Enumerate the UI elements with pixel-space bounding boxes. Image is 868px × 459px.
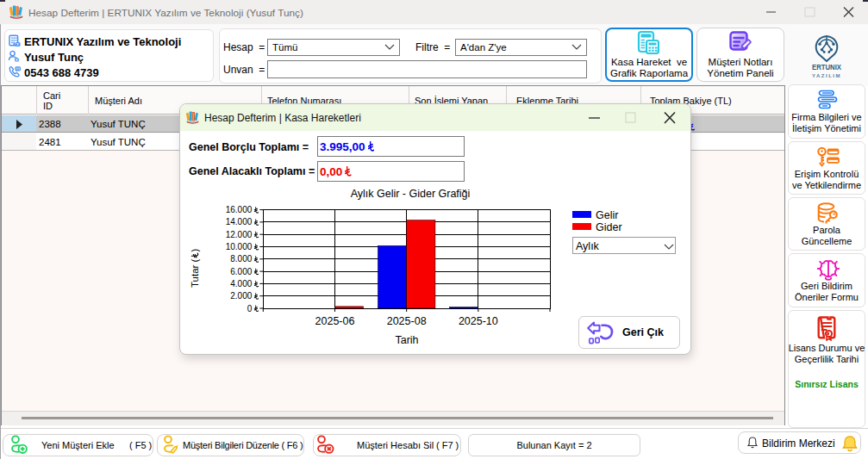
svg-text:Aylık Gelir - Gider Grafiği: Aylık Gelir - Gider Grafiği [351, 188, 471, 200]
svg-text:0: 0 [247, 304, 253, 313]
svg-text:2025-08: 2025-08 [387, 315, 427, 327]
svg-text:4.000: 4.000 [230, 279, 252, 288]
svg-text:): ) [190, 249, 200, 252]
svg-text:YAZILIM: YAZILIM [812, 73, 841, 78]
svg-text:14.000: 14.000 [226, 217, 253, 226]
svg-text:2025-06: 2025-06 [315, 315, 355, 327]
svg-text:16.000: 16.000 [226, 205, 253, 214]
svg-text:8.000: 8.000 [230, 254, 252, 264]
svg-text:Tutar (: Tutar ( [190, 258, 200, 288]
svg-text:2.000: 2.000 [230, 291, 252, 301]
svg-text:6.000: 6.000 [230, 267, 252, 276]
svg-text:2025-10: 2025-10 [459, 315, 498, 327]
svg-text:12.000: 12.000 [226, 230, 253, 239]
svg-text:10.000: 10.000 [226, 242, 253, 251]
svg-text:ERTUNIX: ERTUNIX [812, 62, 842, 71]
svg-text:Tarih: Tarih [395, 334, 418, 346]
